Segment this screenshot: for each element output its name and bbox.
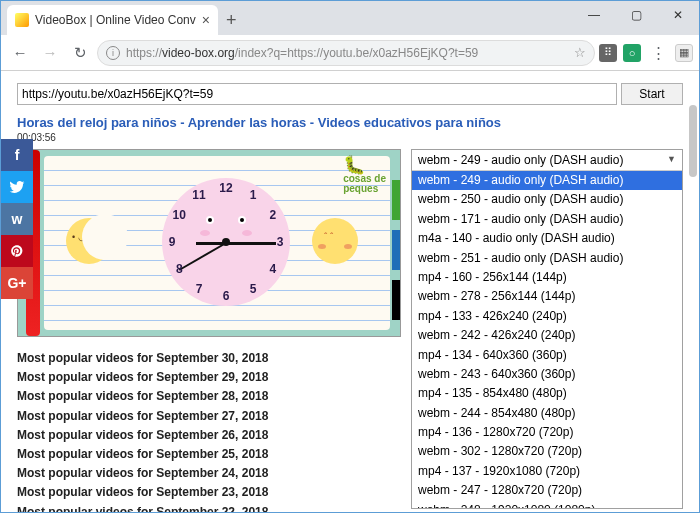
page-content: Start Horas del reloj para niños - Apren… (1, 71, 699, 512)
clock-number: 6 (223, 289, 230, 303)
clock-illustration: 121234567891011 (162, 178, 290, 306)
extension-icons: ⠿ ○ (599, 44, 641, 62)
format-option[interactable]: m4a - 140 - audio only (DASH audio) (412, 229, 682, 248)
video-url-row: Start (17, 83, 683, 105)
clock-number: 5 (250, 282, 257, 296)
close-window-button[interactable]: ✕ (657, 1, 699, 29)
share-googleplus-button[interactable]: G+ (1, 267, 33, 299)
clock-number: 11 (192, 188, 205, 202)
url-text: https://video-box.org/index?q=https://yo… (126, 46, 568, 60)
format-option[interactable]: webm - 243 - 640x360 (360p) (412, 365, 682, 384)
site-info-icon[interactable]: i (106, 46, 120, 60)
share-twitter-button[interactable] (1, 171, 33, 203)
clock-number: 12 (219, 181, 232, 195)
format-option[interactable]: webm - 278 - 256x144 (144p) (412, 287, 682, 306)
start-button[interactable]: Start (621, 83, 683, 105)
popular-video-link[interactable]: Most popular videos for September 28, 20… (17, 387, 401, 406)
menu-button[interactable]: ⋮ (645, 40, 671, 66)
format-option[interactable]: webm - 250 - audio only (DASH audio) (412, 190, 682, 209)
popular-video-link[interactable]: Most popular videos for September 22, 20… (17, 503, 401, 513)
clock-number: 10 (173, 208, 186, 222)
format-select[interactable]: webm - 249 - audio only (DASH audio) web… (411, 149, 683, 509)
thumb-brand-logo: 🐛 cosas depeques (343, 156, 386, 194)
window-controls: — ▢ ✕ (573, 1, 699, 29)
popular-video-link[interactable]: Most popular videos for September 24, 20… (17, 464, 401, 483)
popular-video-link[interactable]: Most popular videos for September 27, 20… (17, 407, 401, 426)
clock-number: 7 (196, 282, 203, 296)
social-share-sidebar: f w G+ (1, 139, 33, 299)
calendar-ext-icon[interactable]: ▦ (675, 44, 693, 62)
browser-titlebar: VideoBox | Online Video Conv × + — ▢ ✕ (1, 1, 699, 35)
video-title[interactable]: Horas del reloj para niños - Aprender la… (17, 115, 683, 130)
extra-ext: ▦ (675, 44, 693, 62)
bookmark-star-icon[interactable]: ☆ (574, 45, 586, 60)
reload-button[interactable]: ↻ (67, 40, 93, 66)
vpn-ext-icon[interactable]: ○ (623, 44, 641, 62)
format-option[interactable]: webm - 249 - audio only (DASH audio) (412, 171, 682, 190)
moon-icon: • ◡ (66, 218, 112, 264)
clock-number: 8 (176, 262, 183, 276)
browser-toolbar: ← → ↻ i https://video-box.org/index?q=ht… (1, 35, 699, 71)
popular-video-link[interactable]: Most popular videos for September 30, 20… (17, 349, 401, 368)
format-option[interactable]: mp4 - 135 - 854x480 (480p) (412, 384, 682, 403)
video-duration: 00:03:56 (17, 132, 683, 143)
format-option[interactable]: mp4 - 137 - 1920x1080 (720p) (412, 462, 682, 481)
back-button[interactable]: ← (7, 40, 33, 66)
video-thumbnail[interactable]: 🐛 cosas depeques • ◡ ˆ ˆ 121234567891011 (17, 149, 401, 337)
popular-video-link[interactable]: Most popular videos for September 26, 20… (17, 426, 401, 445)
browser-tab[interactable]: VideoBox | Online Video Conv × (7, 5, 218, 35)
clock-number: 9 (169, 235, 176, 249)
format-option[interactable]: webm - 247 - 1280x720 (720p) (412, 481, 682, 500)
clock-number: 1 (250, 188, 257, 202)
tab-favicon (15, 13, 29, 27)
translate-ext-icon[interactable]: ⠿ (599, 44, 617, 62)
popular-video-link[interactable]: Most popular videos for September 23, 20… (17, 483, 401, 502)
format-options-list: webm - 249 - audio only (DASH audio)webm… (412, 171, 682, 509)
format-option[interactable]: webm - 251 - audio only (DASH audio) (412, 249, 682, 268)
format-option[interactable]: mp4 - 133 - 426x240 (240p) (412, 307, 682, 326)
share-vk-button[interactable]: w (1, 203, 33, 235)
forward-button[interactable]: → (37, 40, 63, 66)
popular-videos-list: Most popular videos for September 30, 20… (17, 349, 401, 512)
maximize-button[interactable]: ▢ (615, 1, 657, 29)
format-option[interactable]: webm - 242 - 426x240 (240p) (412, 326, 682, 345)
popular-video-link[interactable]: Most popular videos for September 29, 20… (17, 368, 401, 387)
new-tab-button[interactable]: + (218, 10, 245, 35)
format-option[interactable]: webm - 248 - 1920x1080 (1080p) (412, 501, 682, 509)
clock-number: 2 (269, 208, 276, 222)
format-option[interactable]: mp4 - 136 - 1280x720 (720p) (412, 423, 682, 442)
format-option[interactable]: mp4 - 160 - 256x144 (144p) (412, 268, 682, 287)
format-option[interactable]: webm - 302 - 1280x720 (720p) (412, 442, 682, 461)
format-option[interactable]: webm - 244 - 854x480 (480p) (412, 404, 682, 423)
tab-title: VideoBox | Online Video Conv (35, 13, 196, 27)
sun-icon: ˆ ˆ (312, 218, 358, 264)
minimize-button[interactable]: — (573, 1, 615, 29)
video-url-input[interactable] (17, 83, 617, 105)
url-bar[interactable]: i https://video-box.org/index?q=https://… (97, 40, 595, 66)
share-pinterest-button[interactable] (1, 235, 33, 267)
close-tab-icon[interactable]: × (202, 12, 210, 28)
format-option[interactable]: mp4 - 134 - 640x360 (360p) (412, 346, 682, 365)
format-select-current[interactable]: webm - 249 - audio only (DASH audio) (412, 150, 682, 171)
share-facebook-button[interactable]: f (1, 139, 33, 171)
format-option[interactable]: webm - 171 - audio only (DASH audio) (412, 210, 682, 229)
clock-number: 3 (277, 235, 284, 249)
clock-number: 4 (269, 262, 276, 276)
popular-video-link[interactable]: Most popular videos for September 25, 20… (17, 445, 401, 464)
